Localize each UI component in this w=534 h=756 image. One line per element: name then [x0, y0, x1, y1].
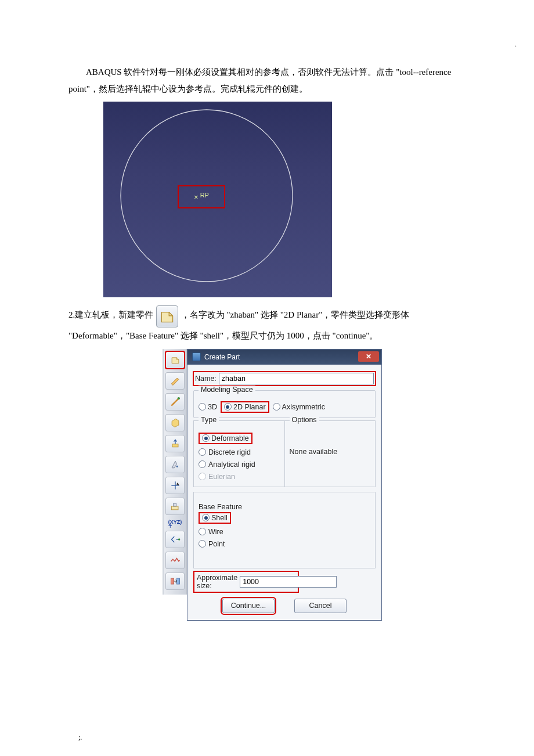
- radio-analytical-rigid[interactable]: Analytical rigid: [199, 460, 280, 469]
- toolbar-button-5[interactable]: [165, 435, 185, 452]
- radio-deformable[interactable]: Deformable: [199, 433, 252, 444]
- rp-label: RP: [200, 192, 209, 199]
- radio-shell[interactable]: Shell: [199, 512, 231, 524]
- type-options-row: Type Deformable Discrete rigid: [193, 420, 376, 487]
- type-group: Type Deformable Discrete rigid: [193, 420, 285, 487]
- svg-point-1: [177, 397, 179, 399]
- dialog-app-icon: [192, 352, 201, 361]
- radio-icon: [202, 434, 210, 442]
- svg-point-6: [178, 539, 180, 541]
- approximate-size-input[interactable]: [240, 576, 337, 588]
- radio-3d[interactable]: 3D: [199, 403, 217, 411]
- radio-3d-label: 3D: [208, 403, 217, 411]
- base-feature-legend: Base Feature: [199, 503, 242, 511]
- toolbar-create-part-button[interactable]: [165, 351, 185, 369]
- radio-icon: [273, 403, 280, 411]
- toolbar-button-11[interactable]: [165, 573, 185, 590]
- close-icon: ✕: [366, 352, 371, 361]
- close-button[interactable]: ✕: [358, 351, 379, 362]
- abaqus-viewport: × RP: [103, 102, 332, 297]
- radio-wire-label: Wire: [208, 528, 223, 536]
- modeling-space-group: Modeling Space 3D 2D Planar Axisymmet: [193, 390, 376, 418]
- radio-2d-label: 2D Planar: [233, 403, 266, 411]
- toolbar-button-4[interactable]: [165, 414, 185, 431]
- radio-discrete-rigid[interactable]: Discrete rigid: [199, 448, 280, 456]
- corner-mark: .: [515, 41, 517, 48]
- footer-mark: ;.: [78, 733, 82, 742]
- radio-point[interactable]: Point: [199, 540, 370, 548]
- options-group: Options None available: [285, 420, 376, 487]
- rp-cross-icon: ×: [194, 193, 199, 201]
- type-legend: Type: [199, 416, 219, 424]
- radio-shell-label: Shell: [211, 514, 228, 522]
- approximate-size-row: Approximate size:: [193, 571, 299, 593]
- name-row: Name:: [193, 372, 376, 386]
- options-legend: Options: [290, 416, 319, 424]
- paragraph-2: 2.建立轧板，新建零件 ，名字改为 "zhaban" 选择 "2D Planar…: [68, 305, 464, 344]
- dialog-title-text: Create Part: [204, 353, 240, 361]
- create-part-icon: [156, 305, 178, 327]
- radio-icon: [199, 528, 206, 535]
- radio-icon: [199, 540, 206, 548]
- continue-button[interactable]: Continue...: [222, 599, 275, 613]
- paragraph-1: ABAQUS 软件针对每一刚体必须设置其相对的参考点，否则软件无法计算。点击 "…: [68, 64, 464, 97]
- dialog-titlebar: Create Part ✕: [187, 350, 381, 365]
- para2-prefix: 2.建立轧板，新建零件: [68, 310, 156, 319]
- svg-rect-7: [171, 578, 174, 584]
- abaqus-toolbar: (XYZ) +: [163, 349, 187, 595]
- radio-icon: [224, 403, 232, 411]
- name-input[interactable]: [219, 373, 374, 384]
- options-value: None available: [290, 431, 371, 456]
- toolbar-button-9[interactable]: [165, 531, 185, 548]
- radio-wire[interactable]: Wire: [199, 528, 370, 536]
- dialog-button-row: Continue... Cancel: [193, 599, 376, 613]
- radio-axi-label: Axisymmetric: [282, 403, 325, 411]
- create-part-figure: (XYZ) + Create Part ✕: [163, 349, 382, 621]
- toolbar-button-7[interactable]: [165, 477, 185, 494]
- toolbar-button-3[interactable]: [165, 393, 185, 411]
- radio-axisymmetric[interactable]: Axisymmetric: [273, 403, 325, 411]
- name-label: Name:: [195, 375, 217, 383]
- radio-2d-planar[interactable]: 2D Planar: [221, 401, 269, 413]
- create-part-dialog: Create Part ✕ Name: Modeling Space 3D: [187, 349, 382, 621]
- toolbar-xyz-label: (XYZ) +: [168, 519, 182, 528]
- svg-rect-4: [171, 506, 178, 510]
- toolbar-button-8[interactable]: [165, 498, 185, 515]
- cancel-button[interactable]: Cancel: [294, 599, 347, 613]
- modeling-space-legend: Modeling Space: [199, 386, 255, 394]
- radio-analytical-label: Analytical rigid: [208, 460, 255, 469]
- radio-icon: [199, 460, 206, 468]
- svg-rect-2: [172, 444, 178, 447]
- svg-rect-5: [173, 503, 176, 506]
- toolbar-button-2[interactable]: [165, 372, 185, 390]
- base-feature-group: Base Feature Shell Wire Point: [193, 492, 376, 568]
- radio-discrete-label: Discrete rigid: [208, 448, 251, 456]
- reference-point-highlight: × RP: [178, 185, 225, 208]
- svg-point-3: [176, 465, 178, 467]
- radio-icon: [202, 514, 210, 521]
- toolbar-button-6[interactable]: [165, 456, 185, 473]
- radio-icon: [199, 403, 206, 411]
- radio-eulerian: Eulerian: [199, 473, 280, 481]
- radio-icon: [199, 473, 206, 480]
- toolbar-button-10[interactable]: [165, 552, 185, 569]
- approximate-size-label: Approximate size:: [197, 574, 237, 590]
- radio-deformable-label: Deformable: [211, 434, 249, 442]
- radio-icon: [199, 448, 206, 456]
- svg-rect-8: [176, 578, 179, 584]
- radio-point-label: Point: [208, 540, 225, 548]
- radio-eulerian-label: Eulerian: [208, 473, 235, 481]
